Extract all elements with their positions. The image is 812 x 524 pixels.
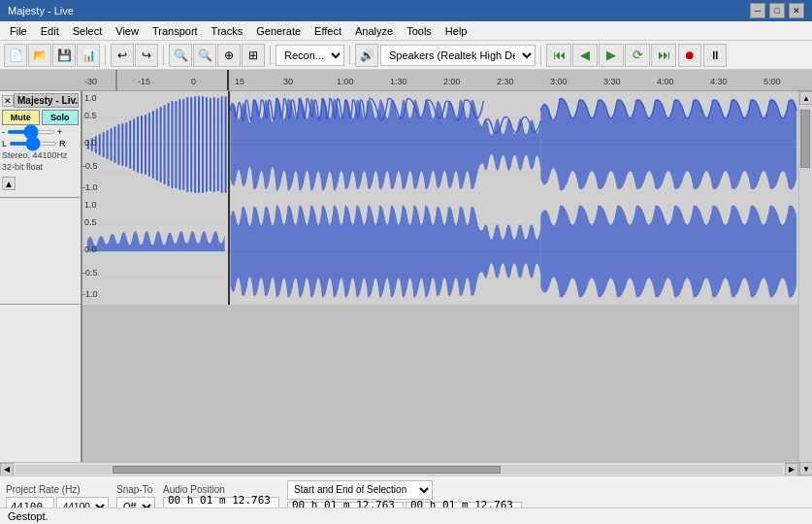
title-bar: Majesty - Live ─ □ ✕ xyxy=(0,0,812,21)
menu-transport[interactable]: Transport xyxy=(146,23,204,39)
skip-fwd-button[interactable]: ⏭ xyxy=(651,44,676,67)
track-2-waveform[interactable]: 1.0 0.5 0.0 -0.5 -1.0 xyxy=(82,198,798,305)
svg-text:3:00: 3:00 xyxy=(550,77,568,86)
svg-text:2:30: 2:30 xyxy=(497,77,514,86)
zoom-sel-button[interactable]: ⊞ xyxy=(242,44,265,67)
pause-button[interactable]: ⏸ xyxy=(703,44,727,67)
track-2-y-zero: 0.0 xyxy=(84,245,97,254)
play-button[interactable]: ▶ xyxy=(599,44,624,67)
v-scroll-track xyxy=(799,105,812,462)
track-2-y-neg-half: -0.5 xyxy=(82,268,98,278)
scroll-right-btn[interactable]: ▶ xyxy=(785,463,798,476)
svg-rect-47 xyxy=(190,97,192,192)
transport-group: ⏮ ◀ ▶ ⟳ ⏭ xyxy=(546,44,676,67)
svg-rect-24 xyxy=(103,132,105,157)
track-2-y-neg-one: -1.0 xyxy=(82,289,98,299)
svg-rect-54 xyxy=(217,98,219,191)
tracks-area: ✕ Majesty - Liv... Mute Solo - + L R xyxy=(0,91,798,475)
menu-file[interactable]: File xyxy=(4,23,33,39)
timeline-ruler: -30 -15 0 15 30 1:00 1:30 2:00 2:30 3:00… xyxy=(0,70,812,91)
menu-tools[interactable]: Tools xyxy=(401,23,438,39)
track-1-name[interactable]: Majesty - Liv... xyxy=(14,93,79,108)
svg-text:3:30: 3:30 xyxy=(603,77,621,86)
svg-rect-41 xyxy=(168,103,170,186)
svg-rect-51 xyxy=(206,97,208,192)
track-2-y-half: 0.5 xyxy=(84,217,97,227)
svg-rect-53 xyxy=(213,97,215,192)
track-1-mute[interactable]: Mute xyxy=(2,110,40,125)
scroll-left-btn[interactable]: ◀ xyxy=(0,463,14,476)
track-1-close[interactable]: ✕ xyxy=(2,95,14,107)
edit-tool-group: ↩ ↪ xyxy=(111,44,158,67)
skip-back-button[interactable]: ⏮ xyxy=(546,44,571,67)
track-1-waveform[interactable]: 1.0 0.5 0.0 -0.5 -1.0 xyxy=(82,91,798,198)
track-1-playhead xyxy=(228,91,230,198)
new-button[interactable]: 📄 xyxy=(4,44,27,67)
v-scroll-thumb[interactable] xyxy=(800,110,810,168)
minimize-button[interactable]: ─ xyxy=(750,3,765,18)
maximize-button[interactable]: □ xyxy=(769,3,785,18)
h-scrollbar-track xyxy=(16,465,783,475)
pan-l: L xyxy=(2,139,7,148)
svg-rect-40 xyxy=(164,105,166,184)
gain-minus: - xyxy=(2,127,5,137)
zoom-tool-group: 🔍 🔍 ⊕ ⊞ xyxy=(169,44,265,67)
track-1-info: Stereo, 44100Hz32-bit float xyxy=(2,150,79,173)
loop-button[interactable]: ⟳ xyxy=(625,44,650,67)
zoom-out-button[interactable]: 🔍 xyxy=(193,44,216,67)
title-bar-title: Majesty - Live xyxy=(8,5,74,16)
track-2-controls xyxy=(0,198,82,304)
svg-rect-55 xyxy=(221,96,223,193)
snap-to-label: Snap-To xyxy=(116,484,155,495)
undo-button[interactable]: ↩ xyxy=(111,44,134,67)
track-1-expand[interactable]: ▲ xyxy=(2,177,16,190)
open-button[interactable]: 📂 xyxy=(28,44,51,67)
toolbar: 📄 📂 💾 📊 ↩ ↪ 🔍 🔍 ⊕ ⊞ Recon... 🔊 Speakers … xyxy=(0,41,812,70)
menu-generate[interactable]: Generate xyxy=(250,23,307,39)
project-rate-label: Project Rate (Hz) xyxy=(6,484,109,495)
fit-button[interactable]: 📊 xyxy=(77,44,100,67)
svg-rect-52 xyxy=(210,98,211,191)
menu-effect[interactable]: Effect xyxy=(309,23,347,39)
status-text-bar: Gestopt. xyxy=(0,508,812,524)
save-button[interactable]: 💾 xyxy=(52,44,76,67)
svg-text:-15: -15 xyxy=(138,77,150,86)
v-scroll-down-btn[interactable]: ▼ xyxy=(799,462,812,475)
menu-help[interactable]: Help xyxy=(439,23,473,39)
svg-rect-42 xyxy=(172,101,174,188)
v-scroll-up-btn[interactable]: ▲ xyxy=(799,91,812,105)
menu-select[interactable]: Select xyxy=(67,23,109,39)
svg-text:1:00: 1:00 xyxy=(337,77,354,86)
empty-track-controls xyxy=(0,305,82,462)
main-content: ✕ Majesty - Liv... Mute Solo - + L R xyxy=(0,91,812,475)
zoom-fit-button[interactable]: ⊕ xyxy=(217,44,241,67)
svg-rect-28 xyxy=(117,124,119,165)
menu-edit[interactable]: Edit xyxy=(35,23,65,39)
track-2-y-top: 1.0 xyxy=(84,200,97,210)
sep5 xyxy=(540,46,541,65)
menu-tracks[interactable]: Tracks xyxy=(206,23,249,39)
menu-analyze[interactable]: Analyze xyxy=(349,23,399,39)
record-button[interactable]: ⏺ xyxy=(678,44,701,67)
menu-view[interactable]: View xyxy=(110,23,145,39)
recon-dropdown[interactable]: Recon... xyxy=(276,45,344,66)
svg-rect-31 xyxy=(129,120,131,169)
svg-rect-50 xyxy=(202,96,204,193)
selection-type-dropdown[interactable]: Start and End of Selection Start and Len… xyxy=(287,480,433,500)
close-button[interactable]: ✕ xyxy=(789,3,804,18)
track-1-solo[interactable]: Solo xyxy=(42,110,80,125)
svg-rect-44 xyxy=(179,99,180,190)
title-bar-controls: ─ □ ✕ xyxy=(750,3,804,18)
redo-button[interactable]: ↪ xyxy=(135,44,158,67)
track-1-pan-slider[interactable] xyxy=(9,142,57,146)
speakers-dropdown[interactable]: Speakers (Realtek High Defi... xyxy=(380,45,536,66)
svg-text:2:00: 2:00 xyxy=(443,77,461,86)
h-scrollbar-thumb[interactable] xyxy=(113,466,501,474)
zoom-in-button[interactable]: 🔍 xyxy=(169,44,192,67)
track-1-name-row: ✕ Majesty - Liv... xyxy=(2,93,79,108)
svg-text:4:00: 4:00 xyxy=(657,77,674,86)
volume-icon[interactable]: 🔊 xyxy=(355,44,378,67)
play-back-button[interactable]: ◀ xyxy=(572,44,598,67)
track-1-gain-slider[interactable] xyxy=(7,130,55,134)
track-1-waveform-svg xyxy=(82,91,798,198)
